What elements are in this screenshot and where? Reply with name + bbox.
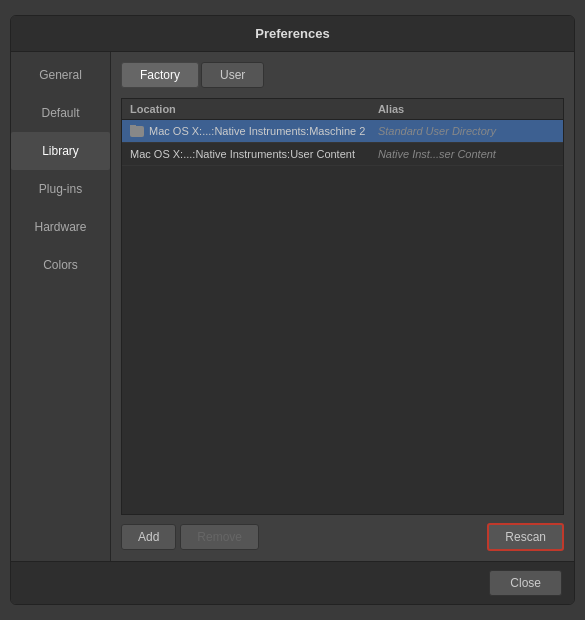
- remove-button[interactable]: Remove: [180, 524, 259, 550]
- footer: Close: [11, 561, 574, 604]
- sidebar-item-colors[interactable]: Colors: [11, 246, 110, 284]
- row-location: Mac OS X:...:Native Instruments:Maschine…: [130, 125, 378, 137]
- content-area: General Default Library Plug-ins Hardwar…: [11, 52, 574, 561]
- row-alias: Native Inst...ser Content: [378, 148, 555, 160]
- sidebar-item-general[interactable]: General: [11, 56, 110, 94]
- table-row[interactable]: Mac OS X:...:Native Instruments:Maschine…: [122, 120, 563, 143]
- close-button[interactable]: Close: [489, 570, 562, 596]
- library-table: Location Alias Mac OS X:...:Native Instr…: [121, 98, 564, 515]
- add-button[interactable]: Add: [121, 524, 176, 550]
- row-alias: Standard User Directory: [378, 125, 555, 137]
- tab-bar: Factory User: [121, 62, 564, 88]
- column-header-alias: Alias: [378, 103, 555, 115]
- sidebar-item-default[interactable]: Default: [11, 94, 110, 132]
- rescan-button[interactable]: Rescan: [487, 523, 564, 551]
- preferences-window: Preferences General Default Library Plug…: [10, 15, 575, 605]
- title-bar: Preferences: [11, 16, 574, 52]
- table-row[interactable]: Mac OS X:...:Native Instruments:User Con…: [122, 143, 563, 166]
- sidebar-item-hardware[interactable]: Hardware: [11, 208, 110, 246]
- sidebar-item-library[interactable]: Library: [11, 132, 110, 170]
- sidebar-item-plugins[interactable]: Plug-ins: [11, 170, 110, 208]
- window-title: Preferences: [255, 26, 329, 41]
- tab-user[interactable]: User: [201, 62, 264, 88]
- table-header: Location Alias: [122, 99, 563, 120]
- table-body: Mac OS X:...:Native Instruments:Maschine…: [122, 120, 563, 514]
- row-location: Mac OS X:...:Native Instruments:User Con…: [130, 148, 378, 160]
- bottom-bar: Add Remove Rescan: [121, 523, 564, 551]
- column-header-location: Location: [130, 103, 378, 115]
- main-panel: Factory User Location Alias Mac OS X:...…: [111, 52, 574, 561]
- folder-icon: [130, 126, 144, 137]
- tab-factory[interactable]: Factory: [121, 62, 199, 88]
- sidebar: General Default Library Plug-ins Hardwar…: [11, 52, 111, 561]
